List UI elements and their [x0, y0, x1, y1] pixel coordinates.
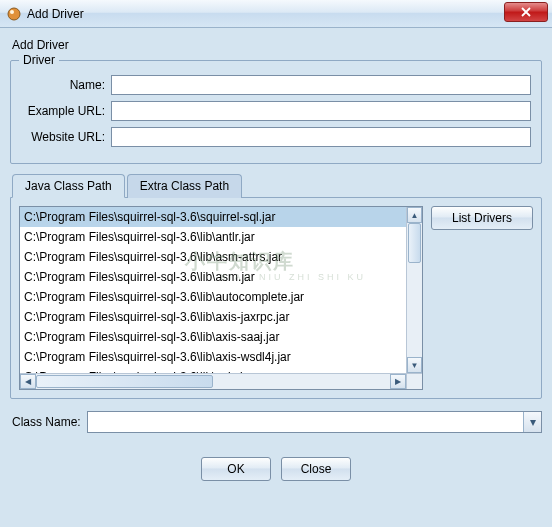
list-item[interactable]: C:\Program Files\squirrel-sql-3.6\lib\ax…	[20, 347, 422, 367]
horizontal-scrollbar[interactable]: ◀ ▶	[20, 373, 406, 389]
list-item[interactable]: C:\Program Files\squirrel-sql-3.6\lib\au…	[20, 287, 422, 307]
scroll-thumb[interactable]	[408, 223, 421, 263]
tabs: Java Class Path Extra Class Path	[10, 174, 542, 198]
chevron-down-icon: ▾	[530, 415, 536, 429]
list-item[interactable]: C:\Program Files\squirrel-sql-3.6\lib\an…	[20, 227, 422, 247]
list-item[interactable]: C:\Program Files\squirrel-sql-3.6\lib\ax…	[20, 367, 422, 373]
scroll-track[interactable]	[36, 374, 390, 389]
class-name-combobox[interactable]: ▾	[87, 411, 542, 433]
scroll-track[interactable]	[407, 223, 422, 357]
scroll-thumb[interactable]	[36, 375, 213, 388]
example-url-input[interactable]	[111, 101, 531, 121]
website-url-input[interactable]	[111, 127, 531, 147]
list-item[interactable]: C:\Program Files\squirrel-sql-3.6\lib\ax…	[20, 307, 422, 327]
title-bar: Add Driver	[0, 0, 552, 28]
tab-extra-class-path[interactable]: Extra Class Path	[127, 174, 242, 198]
triangle-up-icon: ▲	[411, 211, 419, 220]
class-name-input[interactable]	[88, 412, 523, 432]
list-item[interactable]: C:\Program Files\squirrel-sql-3.6\squirr…	[20, 207, 422, 227]
driver-groupbox: Driver Name: Example URL: Website URL:	[10, 60, 542, 164]
list-item[interactable]: C:\Program Files\squirrel-sql-3.6\lib\as…	[20, 267, 422, 287]
ok-button[interactable]: OK	[201, 457, 271, 481]
list-drivers-button[interactable]: List Drivers	[431, 206, 533, 230]
dialog-body: Add Driver Driver Name: Example URL: Web…	[0, 28, 552, 491]
scroll-right-button[interactable]: ▶	[390, 374, 406, 389]
side-buttons: List Drivers	[431, 206, 533, 390]
triangle-down-icon: ▼	[411, 361, 419, 370]
scroll-down-button[interactable]: ▼	[407, 357, 422, 373]
driver-group-title: Driver	[19, 53, 59, 67]
window-title: Add Driver	[27, 7, 84, 21]
list-item[interactable]: C:\Program Files\squirrel-sql-3.6\lib\as…	[20, 247, 422, 267]
name-label: Name:	[21, 78, 111, 92]
triangle-left-icon: ◀	[25, 377, 31, 386]
close-icon	[521, 7, 531, 17]
name-input[interactable]	[111, 75, 531, 95]
app-icon	[6, 6, 22, 22]
example-url-label: Example URL:	[21, 104, 111, 118]
svg-point-0	[8, 8, 20, 20]
dialog-heading: Add Driver	[10, 34, 542, 60]
class-name-row: Class Name: ▾	[10, 411, 542, 433]
tab-java-class-path[interactable]: Java Class Path	[12, 174, 125, 198]
triangle-right-icon: ▶	[395, 377, 401, 386]
scroll-left-button[interactable]: ◀	[20, 374, 36, 389]
scroll-up-button[interactable]: ▲	[407, 207, 422, 223]
scroll-corner	[406, 373, 422, 389]
classpath-listbox[interactable]: C:\Program Files\squirrel-sql-3.6\squirr…	[19, 206, 423, 390]
close-button[interactable]: Close	[281, 457, 351, 481]
vertical-scrollbar[interactable]: ▲ ▼	[406, 207, 422, 373]
class-name-dropdown-button[interactable]: ▾	[523, 412, 541, 432]
website-url-label: Website URL:	[21, 130, 111, 144]
dialog-footer: OK Close	[10, 457, 542, 481]
close-window-button[interactable]	[504, 2, 548, 22]
svg-point-1	[10, 10, 14, 14]
class-name-label: Class Name:	[10, 415, 81, 429]
java-class-path-panel: C:\Program Files\squirrel-sql-3.6\squirr…	[10, 197, 542, 399]
list-item[interactable]: C:\Program Files\squirrel-sql-3.6\lib\ax…	[20, 327, 422, 347]
